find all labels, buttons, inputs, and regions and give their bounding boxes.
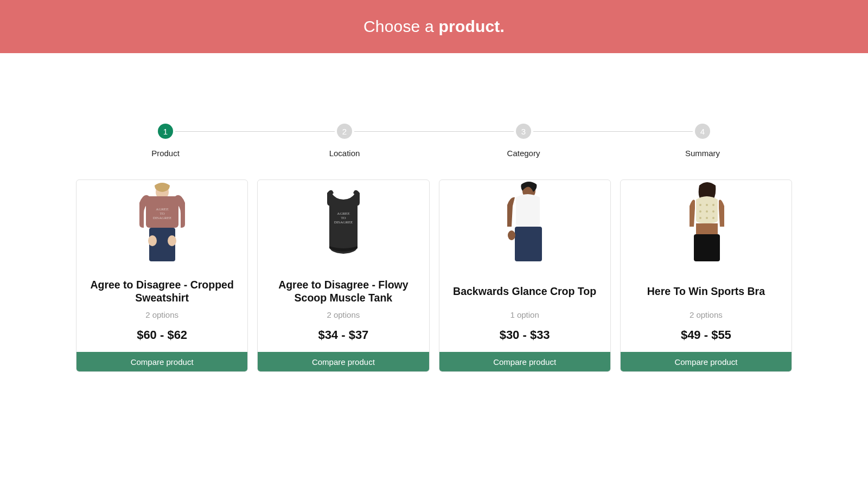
step-product[interactable]: 1Product <box>76 124 255 158</box>
product-price: $49 - $55 <box>681 328 731 342</box>
product-card[interactable]: Agree to Disagree - Cropped Sweatshirt2 … <box>76 179 248 372</box>
product-image <box>484 181 565 261</box>
product-card-body: Backwards Glance Crop Top1 option$30 - $… <box>439 180 610 352</box>
product-options: 2 options <box>145 310 178 319</box>
header-light: Choose a <box>363 17 434 36</box>
step-circle: 2 <box>337 124 352 139</box>
product-options: 2 options <box>327 310 360 319</box>
page-header: Choose a product. <box>0 0 868 53</box>
header-bold: product. <box>438 17 505 36</box>
step-connector <box>175 131 335 132</box>
product-price: $30 - $33 <box>500 328 550 342</box>
product-image <box>122 181 202 261</box>
step-circle: 3 <box>516 124 531 139</box>
step-summary[interactable]: 4Summary <box>613 124 792 158</box>
step-connector <box>533 131 693 132</box>
product-grid: Agree to Disagree - Cropped Sweatshirt2 … <box>76 179 792 372</box>
product-title: Agree to Disagree - Flowy Scoop Muscle T… <box>267 278 419 305</box>
step-label: Product <box>76 149 255 158</box>
product-image <box>666 181 746 261</box>
product-card-body: Agree to Disagree - Cropped Sweatshirt2 … <box>76 180 247 352</box>
product-title: Here To Win Sports Bra <box>647 278 765 305</box>
product-title: Backwards Glance Crop Top <box>453 278 596 305</box>
step-label: Location <box>255 149 434 158</box>
step-label: Category <box>434 149 613 158</box>
product-card-body: Agree to Disagree - Flowy Scoop Muscle T… <box>258 180 429 352</box>
step-circle: 1 <box>158 124 173 139</box>
product-image <box>303 181 384 261</box>
product-price: $34 - $37 <box>318 328 368 342</box>
product-card[interactable]: Backwards Glance Crop Top1 option$30 - $… <box>439 179 611 372</box>
product-options: 1 option <box>510 310 539 319</box>
step-connector <box>354 131 514 132</box>
product-title: Agree to Disagree - Cropped Sweatshirt <box>86 278 238 305</box>
step-location[interactable]: 2Location <box>255 124 434 158</box>
stepper: 1Product2Location3Category4Summary <box>76 124 792 158</box>
main-container: 1Product2Location3Category4Summary Agree… <box>76 53 792 372</box>
compare-product-button[interactable]: Compare product <box>621 352 792 371</box>
product-options: 2 options <box>690 310 723 319</box>
compare-product-button[interactable]: Compare product <box>258 352 429 371</box>
product-card[interactable]: Here To Win Sports Bra2 options$49 - $55… <box>620 179 792 372</box>
step-category[interactable]: 3Category <box>434 124 613 158</box>
compare-product-button[interactable]: Compare product <box>76 352 247 371</box>
product-card[interactable]: Agree to Disagree - Flowy Scoop Muscle T… <box>257 179 429 372</box>
step-circle: 4 <box>695 124 710 139</box>
step-label: Summary <box>613 149 792 158</box>
product-card-body: Here To Win Sports Bra2 options$49 - $55 <box>621 180 792 352</box>
product-price: $60 - $62 <box>137 328 187 342</box>
compare-product-button[interactable]: Compare product <box>439 352 610 371</box>
